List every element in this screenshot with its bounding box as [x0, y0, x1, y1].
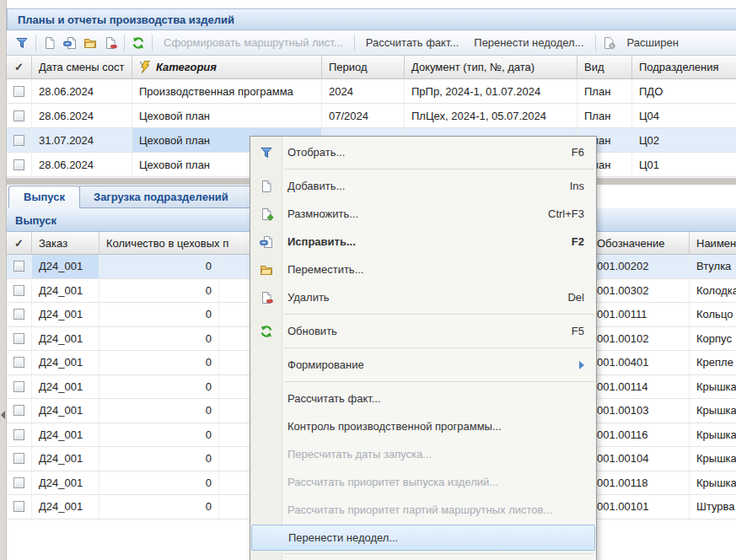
row-checkbox[interactable] — [13, 110, 24, 121]
row-checkbox[interactable] — [13, 261, 24, 272]
toolbar-separator — [124, 35, 125, 51]
column-header-document[interactable]: Документ (тип, №, дата) — [405, 56, 578, 78]
menu-item-prioritet-izdeliy[interactable]: Рассчитать приоритет выпуска изделий... — [250, 468, 596, 496]
generate-route-sheet-button[interactable]: Сформировать маршрутный лист... — [156, 36, 351, 49]
add-doc-icon — [260, 180, 273, 193]
section-title: Выпуск — [15, 214, 56, 227]
row-checkbox[interactable] — [13, 501, 24, 512]
edit-button[interactable] — [60, 34, 80, 52]
cell-date: 28.06.2024 — [32, 104, 132, 127]
menu-item-label: Отобрать... — [287, 146, 345, 159]
transfer-backlog-button[interactable]: Перенести недодел... — [466, 36, 591, 49]
row-checkbox[interactable] — [13, 159, 24, 170]
row-checkbox[interactable] — [13, 357, 24, 368]
cell-name: Втулка — [690, 255, 736, 278]
lightning-icon — [139, 61, 152, 73]
cell-order: Д24_001 — [32, 447, 99, 471]
cell-order: Д24_001 — [32, 255, 99, 278]
cell-date: 31.07.2024 — [32, 128, 132, 152]
add-button[interactable] — [40, 34, 60, 52]
menu-separator — [284, 314, 594, 315]
menu-item-udalit[interactable]: УдалитьDel — [250, 283, 596, 311]
plans-table-row[interactable]: 28.06.2024Цеховой план07/2024ПлЦех, 2024… — [7, 104, 736, 128]
menu-item-label: Перенести недодел... — [288, 531, 398, 544]
context-menu: Отобрать...F6Добавить...InsРазмножить...… — [250, 136, 597, 560]
column-header-designation[interactable]: Обозначение — [590, 232, 690, 254]
submenu-arrow-icon — [579, 361, 584, 369]
cell-designation: 001.00401 — [590, 351, 690, 374]
menu-item-dobavit[interactable]: Добавить...Ins — [250, 172, 596, 200]
context-menu-items: Отобрать...F6Добавить...InsРазмножить...… — [250, 137, 596, 554]
row-checkbox[interactable] — [13, 135, 24, 146]
menu-item-label: Рассчитать приоритет выпуска изделий... — [287, 476, 498, 488]
cell-designation: 001.00302 — [590, 279, 690, 303]
column-header-kind[interactable]: Вид — [578, 56, 632, 78]
menu-item-label: Размножить... — [287, 207, 358, 220]
menu-item-pereschitat-daty[interactable]: Пересчитать даты запуска... — [250, 440, 596, 468]
cell-name: Крышка — [690, 399, 736, 423]
advanced-button[interactable]: Расширен — [620, 36, 686, 49]
cell-order: Д24_001 — [32, 279, 99, 303]
move-button[interactable] — [80, 34, 100, 52]
refresh-button[interactable] — [128, 34, 148, 52]
tab-zagruzka-podrazdeleniy[interactable]: Загрузка подразделений — [78, 186, 266, 208]
left-collapse-strip[interactable] — [0, 0, 7, 560]
row-checkbox[interactable] — [13, 333, 24, 344]
cell-date: 28.06.2024 — [32, 153, 132, 176]
row-checkbox[interactable] — [13, 405, 24, 416]
calculate-fact-button[interactable]: Рассчитать факт... — [358, 36, 467, 49]
row-checkbox[interactable] — [13, 477, 24, 488]
menu-item-hotkey: F6 — [572, 146, 584, 159]
menu-item-hotkey: Ins — [570, 180, 584, 192]
refresh-icon — [260, 325, 273, 338]
column-header-period[interactable]: Период — [322, 56, 405, 78]
row-checkbox-cell — [7, 104, 32, 127]
menu-item-formirovanie[interactable]: Формирование — [250, 351, 596, 379]
cell-quantity: 0 — [99, 327, 219, 351]
checkmark-header-icon: ✓ — [14, 61, 24, 73]
cell-order: Д24_001 — [32, 303, 99, 326]
cell-order: Д24_001 — [32, 495, 99, 519]
delete-button[interactable] — [100, 34, 121, 52]
tab-vypusk[interactable]: Выпуск — [8, 186, 80, 208]
plans-table-row[interactable]: 28.06.2024Производственная программа2024… — [7, 79, 736, 104]
filter-button[interactable] — [12, 34, 32, 52]
filter-icon — [260, 146, 273, 159]
row-checkbox[interactable] — [13, 429, 24, 440]
select-all-header[interactable]: ✓ — [7, 232, 32, 254]
row-checkbox[interactable] — [13, 381, 24, 392]
row-checkbox[interactable] — [13, 86, 24, 97]
cell-date: 28.06.2024 — [32, 79, 132, 103]
cell-category: Цеховой план — [132, 104, 322, 127]
column-header-name[interactable]: Наимен — [690, 232, 736, 254]
checkmark-header-icon: ✓ — [14, 237, 24, 250]
menu-item-perenesti-nedodel[interactable]: Перенести недодел... — [251, 525, 595, 551]
page-title: Планы и отчеты производства изделий — [18, 13, 234, 26]
menu-item-label: Контроль производственной программы... — [287, 420, 502, 433]
menu-item-ispravit[interactable]: Исправить...F2 — [250, 228, 596, 256]
row-checkbox-cell — [7, 327, 32, 351]
menu-item-kontrol-programmy[interactable]: Контроль производственной программы... — [250, 412, 596, 440]
menu-item-obnovit[interactable]: ОбновитьF5 — [250, 317, 596, 345]
column-header-division[interactable]: Подразделения — [632, 56, 736, 78]
delete-doc-icon — [260, 291, 273, 304]
row-checkbox[interactable] — [13, 285, 24, 296]
column-header-date[interactable]: Дата смены сост — [32, 56, 132, 78]
menu-item-rasschitat-fakt[interactable]: Рассчитать факт... — [250, 385, 596, 412]
column-header-quantity[interactable]: Количество в цеховых п — [99, 232, 219, 254]
copy-doc-icon — [260, 207, 273, 221]
menu-item-peremestit[interactable]: Переместить... — [250, 256, 596, 283]
menu-item-otobrat[interactable]: Отобрать...F6 — [250, 138, 596, 166]
menu-item-prioritet-partiy[interactable]: Рассчитать приоритет партий маршрутных л… — [250, 496, 596, 524]
cell-quantity: 0 — [99, 279, 219, 303]
menu-item-razmnozhit[interactable]: Размножить...Ctrl+F3 — [250, 200, 596, 228]
column-header-category[interactable]: Категория — [132, 56, 322, 78]
column-header-order[interactable]: Заказ — [32, 232, 99, 254]
toolbar: Сформировать маршрутный лист... Рассчита… — [7, 30, 736, 56]
row-checkbox[interactable] — [13, 309, 24, 320]
select-all-header[interactable]: ✓ — [7, 56, 32, 78]
row-checkbox[interactable] — [13, 453, 24, 464]
cell-order: Д24_001 — [32, 375, 99, 399]
row-checkbox-cell — [7, 375, 32, 399]
cell-name: Корпус — [690, 327, 736, 351]
